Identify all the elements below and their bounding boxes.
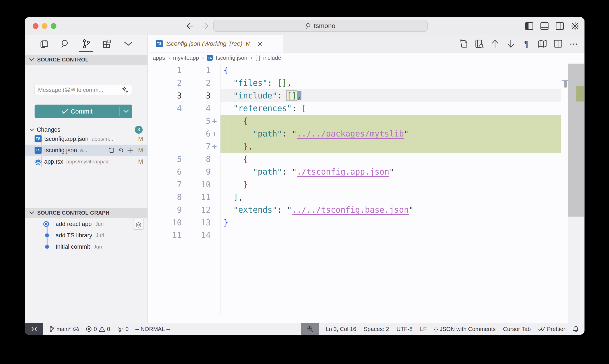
commit-button-label: Commit — [71, 108, 92, 115]
code-line[interactable]: 7+ }, — [148, 140, 561, 153]
ports-indicator[interactable]: 0 — [117, 326, 129, 333]
code-line[interactable]: 912 "extends": "../../tsconfig.base.json… — [148, 204, 561, 216]
file-name: tsconfig.app.json — [44, 136, 89, 143]
code-token: , — [297, 91, 301, 100]
diff-editor[interactable]: 11{22 "files": [],33 "include": [],44 "r… — [148, 63, 561, 323]
navigate-forward-button[interactable] — [201, 21, 211, 31]
next-change-arrow-icon[interactable] — [506, 39, 516, 49]
graph-commit-row[interactable]: Initial commit Juri — [25, 241, 147, 252]
code-token: { — [224, 66, 228, 75]
branch-indicator[interactable]: main* — [49, 326, 79, 333]
code-line[interactable]: 710 } — [148, 178, 561, 191]
code-text: "extends": "../../tsconfig.base.json" — [220, 204, 414, 216]
code-token: " — [287, 205, 292, 215]
chevron-down-icon — [30, 129, 34, 131]
commit-dropdown-button[interactable] — [120, 110, 132, 113]
breadcrumb-item[interactable]: tsconfig.json — [216, 54, 247, 61]
inline-view-toggle-icon[interactable] — [474, 39, 484, 49]
graph-goto-current-commit-button[interactable]: ◎ — [133, 219, 144, 230]
open-changes-file-icon[interactable] — [458, 39, 468, 49]
commit-message: Initial commit — [56, 244, 90, 250]
search-view-icon[interactable] — [58, 35, 72, 52]
breadcrumb-item[interactable]: apps — [153, 54, 165, 61]
screencast-zoom-indicator[interactable] — [301, 323, 319, 335]
close-window-button[interactable] — [33, 23, 39, 29]
changed-file-row-selected[interactable]: TS tsconfig.json a... M — [25, 144, 147, 156]
warning-count: 0 — [107, 326, 110, 333]
diff-added-marker — [211, 229, 220, 242]
toggle-secondary-sidebar-icon[interactable] — [555, 21, 565, 31]
encoding-indicator[interactable]: UTF-8 — [396, 326, 413, 333]
indentation-indicator[interactable]: Spaces: 2 — [364, 326, 389, 333]
tab-tsconfig-working-tree[interactable]: TS tsconfig.json (Working Tree) M — [148, 35, 284, 52]
split-editor-icon[interactable] — [553, 39, 563, 49]
changed-file-row[interactable]: app.tsx apps/myviteapp/sr... M — [25, 156, 147, 167]
code-token: [] — [277, 78, 287, 88]
settings-gear-icon[interactable] — [570, 21, 580, 31]
additional-views-chevron-icon[interactable] — [121, 35, 135, 52]
code-line[interactable]: 33 "include": [], — [148, 90, 561, 102]
source-control-section-header[interactable]: SOURCE CONTROL — [25, 55, 147, 65]
cursor-position-indicator[interactable]: Ln 3, Col 16 — [326, 326, 356, 333]
toggle-panel-icon[interactable] — [539, 21, 549, 31]
commit-message-input[interactable]: Message (⌘⏎ to comm... — [35, 85, 132, 95]
graph-commit-row[interactable]: add react app Juri — [25, 218, 147, 230]
code-line[interactable]: 44 "references": [ — [148, 102, 561, 115]
commit-author: Juri — [94, 244, 102, 250]
minimize-window-button[interactable] — [42, 23, 48, 29]
modified-line-number: 7 — [182, 140, 211, 153]
extensions-view-icon[interactable] — [100, 35, 114, 52]
more-actions-icon[interactable]: ⋯ — [569, 39, 579, 49]
discard-changes-icon[interactable] — [118, 147, 124, 153]
editor-actions: ¶ ⋯ — [458, 35, 579, 52]
broadcast-antenna-icon — [117, 326, 124, 332]
navigate-back-button[interactable] — [184, 21, 194, 31]
notifications-bell-icon[interactable] — [573, 326, 579, 332]
code-line[interactable]: 5+ { — [148, 115, 561, 128]
code-text: "path": "./tsconfig.app.json" — [220, 166, 394, 178]
commit-button[interactable]: Commit — [35, 104, 132, 118]
zoom-in-magnifier-icon — [307, 326, 313, 332]
code-token — [224, 142, 243, 151]
code-line[interactable]: 11{ — [148, 64, 561, 77]
language-mode-indicator[interactable]: {} JSON with Comments — [434, 326, 495, 333]
remote-indicator[interactable] — [25, 323, 43, 335]
breadcrumb-item[interactable]: myviteapp — [173, 54, 199, 61]
changed-file-row[interactable]: TS tsconfig.app.json apps/m... M — [25, 133, 147, 144]
indentation: Spaces: 2 — [364, 326, 389, 333]
formatter-indicator[interactable]: Prettier — [538, 326, 565, 333]
source-control-view-icon[interactable] — [79, 35, 93, 52]
tab-completion-indicator[interactable]: Cursor Tab — [503, 326, 531, 333]
minimap[interactable] — [561, 63, 568, 323]
editor-scrollbar[interactable] — [568, 64, 584, 217]
stage-changes-plus-icon[interactable] — [127, 147, 133, 153]
code-line[interactable]: 811 ], — [148, 191, 561, 204]
graph-commit-row[interactable]: add TS library Juri — [25, 230, 147, 241]
toggle-primary-sidebar-icon[interactable] — [524, 21, 534, 31]
code-line[interactable]: 22 "files": [], — [148, 77, 561, 90]
diff-added-marker — [211, 178, 220, 191]
eol-indicator[interactable]: LF — [420, 326, 427, 333]
command-center-search[interactable]: tsmono — [213, 20, 428, 32]
code-line[interactable]: 69 "path": "./tsconfig.app.json" — [148, 166, 561, 178]
vim-mode-indicator[interactable]: -- NORMAL -- — [135, 326, 170, 333]
code-line[interactable]: 1013} — [148, 216, 561, 229]
file-path: a... — [80, 147, 87, 153]
sparkle-ai-icon[interactable] — [121, 86, 129, 94]
open-file-icon[interactable] — [108, 147, 114, 153]
zoom-window-button[interactable] — [51, 23, 56, 29]
close-tab-icon[interactable] — [257, 41, 263, 47]
explorer-icon[interactable] — [37, 35, 51, 52]
breadcrumb[interactable]: apps › myviteapp › TS tsconfig.json › [ … — [148, 53, 584, 63]
word-wrap-map-icon[interactable] — [537, 39, 547, 49]
source-control-graph-header[interactable]: SOURCE CONTROL GRAPH — [25, 208, 147, 218]
previous-change-arrow-icon[interactable] — [490, 39, 500, 49]
code-token — [224, 155, 243, 164]
code-line[interactable]: 1114 — [148, 229, 561, 242]
original-line-number: 10 — [148, 216, 182, 229]
problems-indicator[interactable]: 0 0 — [86, 326, 110, 333]
breadcrumb-item[interactable]: include — [263, 54, 281, 61]
code-line[interactable]: 58 { — [148, 153, 561, 166]
whitespace-pilcrow-icon[interactable]: ¶ — [521, 39, 531, 49]
code-line[interactable]: 6+ "path": "../../packages/mytslib" — [148, 128, 561, 140]
